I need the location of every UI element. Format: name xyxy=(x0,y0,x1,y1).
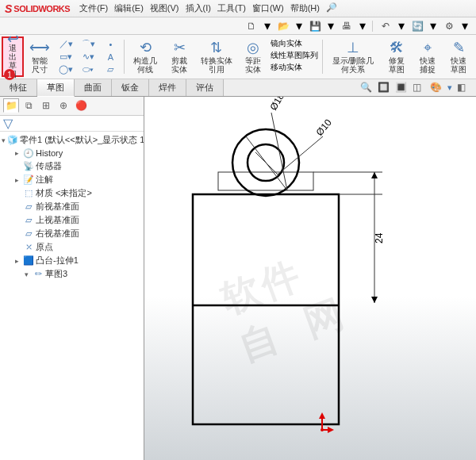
svg-line-7 xyxy=(255,152,278,174)
tree-annot[interactable]: ▸ 📝 注解 xyxy=(0,173,144,186)
material-icon: ⬚ xyxy=(23,188,34,199)
rapid-label: 快速草图 xyxy=(447,56,470,74)
circle-icon[interactable]: ◯▾ xyxy=(58,63,74,75)
save-icon[interactable]: 💾 xyxy=(309,20,321,33)
menu-edit[interactable]: 编辑(E) xyxy=(114,2,144,14)
arc-icon[interactable]: ⌒▾ xyxy=(80,38,96,50)
filter-row[interactable]: ▽ xyxy=(0,116,144,132)
tab-weld[interactable]: 焊件 xyxy=(149,79,186,96)
convert-ent-button[interactable]: ⇅ 转换实体引用 xyxy=(195,36,238,77)
undo-icon[interactable]: ↶ xyxy=(379,20,392,33)
tree-material[interactable]: ⬚ 材质 <未指定> xyxy=(0,186,144,200)
section-icon[interactable]: ◫ xyxy=(413,82,425,94)
quick-access-toolbar: 🗋 ▾ 📂 ▾ 💾 ▾ 🖶 ▾ ↶ ▾ 🔄 ▾ ⚙ ▾ xyxy=(0,17,476,35)
svg-point-18 xyxy=(321,428,324,431)
options-icon[interactable]: ⚙ xyxy=(443,20,455,33)
open-icon[interactable]: 📂 xyxy=(277,20,290,33)
expand-icon[interactable]: ▸ xyxy=(13,175,21,184)
rapid-sketch-button[interactable]: ✎ 快速草图 xyxy=(443,36,474,77)
pattern-button[interactable]: 线性草图阵列 xyxy=(271,50,318,61)
mirror-button[interactable]: 镜向实体 xyxy=(271,38,318,49)
tree-sketch3[interactable]: ▾ ✏ 草图3 xyxy=(0,267,144,281)
convert-button[interactable]: ⟲ 构造几何线 xyxy=(127,36,164,77)
menu-help[interactable]: 帮助(H) xyxy=(290,2,320,14)
dimxpert-tab-icon[interactable]: ⊕ xyxy=(56,98,71,113)
dim-d10: Ø10 xyxy=(314,117,335,138)
collapse-icon[interactable]: ▾ xyxy=(2,136,6,144)
feature-tree: ▾ 🧊 零件1 (默认<<默认>_显示状态 1>) ▸ 🕘 History 📡 … xyxy=(0,132,144,460)
command-tabs: 特征 草图 曲面 钣金 焊件 评估 🔍 🔲 🔳 ◫ 🎨 ▾ ◧ xyxy=(0,79,476,97)
rect-icon[interactable]: ▭▾ xyxy=(58,51,74,63)
appearance-icon[interactable]: 🎨 xyxy=(430,82,443,94)
menu-file[interactable]: 文件(F) xyxy=(79,2,108,14)
logo-text: SOLIDWORKS xyxy=(13,4,70,13)
history-icon: 🕘 xyxy=(23,148,34,159)
tab-eval[interactable]: 评估 xyxy=(186,79,224,96)
smart-dim-button[interactable]: ⟷ 智能尺寸 xyxy=(24,36,55,77)
callout-badge: 1 xyxy=(4,69,15,80)
menu-view[interactable]: 视图(V) xyxy=(150,2,179,14)
property-tab-icon[interactable]: ⧉ xyxy=(21,98,36,113)
tree-origin[interactable]: ⤫ 原点 xyxy=(0,240,144,254)
graphics-viewport[interactable]: 软件自 网 Ø18 Ø10 24 xyxy=(144,97,476,460)
print-icon[interactable]: 🖶 xyxy=(340,20,353,33)
menu-insert[interactable]: 插入(I) xyxy=(186,2,211,14)
repair-button[interactable]: 🛠 修复草图 xyxy=(381,36,412,77)
exit-sketch-button[interactable]: ↩ 退出草图 1 xyxy=(2,36,24,77)
tab-surface[interactable]: 曲面 xyxy=(75,79,112,96)
tree-extrude-label: 凸台-拉伸1 xyxy=(36,255,79,266)
tab-sketch[interactable]: 草图 xyxy=(37,79,75,97)
expand-icon[interactable]: ▸ xyxy=(13,256,21,265)
slot-icon[interactable]: ⬭▾ xyxy=(80,63,96,75)
tree-front[interactable]: ▱ 前视基准面 xyxy=(0,200,144,213)
fm-tree-tab-icon[interactable]: 📁 xyxy=(3,98,19,113)
convert-label: 构造几何线 xyxy=(131,56,160,74)
tree-origin-label: 原点 xyxy=(36,241,53,253)
quick-snap-label: 快速捕捉 xyxy=(416,56,440,74)
display-tab-icon[interactable]: 🔴 xyxy=(73,98,89,113)
offset-label: 等距实体 xyxy=(242,56,265,74)
plane-icon: ▱ xyxy=(23,201,34,213)
config-tab-icon[interactable]: ⊞ xyxy=(38,98,54,113)
tree-extrude[interactable]: ▸ 🟦 凸台-拉伸1 xyxy=(0,254,144,267)
svg-marker-17 xyxy=(328,427,334,433)
plane-icon[interactable]: ▱ xyxy=(102,63,118,75)
extrude-icon: 🟦 xyxy=(23,255,34,266)
tree-sensors-label: 传感器 xyxy=(36,160,62,172)
quick-snap-button[interactable]: ⌖ 快速捕捉 xyxy=(413,36,443,77)
svg-marker-13 xyxy=(371,297,378,303)
point-icon[interactable]: • xyxy=(102,38,118,50)
tree-top[interactable]: ▱ 上视基准面 xyxy=(0,213,144,227)
trim-label: 剪裁实体 xyxy=(168,56,191,74)
rebuild-icon[interactable]: 🔄 xyxy=(411,20,424,33)
collapse-icon[interactable]: ▾ xyxy=(22,270,31,278)
expand-icon[interactable]: ▸ xyxy=(13,149,21,158)
trim-button[interactable]: ✂ 剪裁实体 xyxy=(164,36,195,77)
tab-feature[interactable]: 特征 xyxy=(0,79,37,96)
sketch-tools-cluster: ／▾ ▭▾ ◯▾ xyxy=(55,36,77,77)
menu-window[interactable]: 窗口(W) xyxy=(252,2,284,14)
offset-button[interactable]: ◎ 等距实体 xyxy=(238,36,269,77)
tree-history[interactable]: ▸ 🕘 History xyxy=(0,147,144,159)
display-rel-button[interactable]: ⊥ 显示/删除几何关系 xyxy=(325,36,382,77)
tree-history-label: History xyxy=(36,148,63,158)
modify-cluster: 镜向实体 线性草图阵列 移动实体 xyxy=(269,36,320,77)
tree-sensors[interactable]: 📡 传感器 xyxy=(0,159,144,173)
cube-icon[interactable]: ◧ xyxy=(457,82,470,94)
tree-root[interactable]: ▾ 🧊 零件1 (默认<<默认>_显示状态 1>) xyxy=(0,133,144,147)
move-button[interactable]: 移动实体 xyxy=(271,62,318,73)
line-icon[interactable]: ／▾ xyxy=(58,38,74,50)
zoom-icon[interactable]: 🔍 xyxy=(360,82,373,94)
tree-right[interactable]: ▱ 右视基准面 xyxy=(0,227,144,240)
panel-tabs: 📁 ⧉ ⊞ ⊕ 🔴 xyxy=(0,97,144,116)
spline-icon[interactable]: ∿▾ xyxy=(80,51,96,63)
text-icon[interactable]: A xyxy=(102,51,118,63)
new-icon[interactable]: 🗋 xyxy=(245,20,258,33)
display-icon[interactable]: 🔳 xyxy=(395,82,408,94)
menu-tools[interactable]: 工具(T) xyxy=(217,2,246,14)
tab-sheet[interactable]: 钣金 xyxy=(112,79,149,96)
rapid-icon: ✎ xyxy=(453,40,465,56)
tree-top-label: 上视基准面 xyxy=(36,214,79,226)
menu-search[interactable]: 🔎 xyxy=(326,2,337,14)
orient-icon[interactable]: 🔲 xyxy=(378,82,390,94)
